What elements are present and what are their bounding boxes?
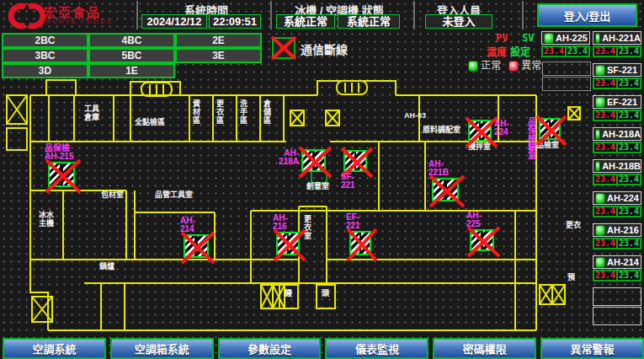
comm-lost-x-icon[interactable] [276, 232, 300, 255]
unit-name: EF-221 [607, 97, 637, 107]
system-date-value: 2024/12/12 [141, 14, 207, 29]
comm-lost-x-icon[interactable] [301, 149, 326, 172]
unit-name: AH-214 [607, 257, 639, 267]
sv-value: 23.4 [617, 78, 641, 88]
pv-value: 23.4 [542, 46, 566, 56]
pv-legend-label: PV [496, 32, 508, 44]
unit-ah-224-temps: 23.423.4 [593, 206, 641, 217]
unit-ah-225-temps: 23.4 23.4 [541, 46, 590, 57]
comm-lost-x-icon[interactable] [48, 162, 75, 187]
hmi-screen: 工具 倉庫全點檢區資材區更衣區洗手區倉儲區AH-03原料調配室攪拌室品檢室創意室… [0, 0, 644, 359]
unit-name: SF-221 [607, 65, 637, 75]
ahu-status-value: 系統正常 [338, 14, 400, 29]
unit-name: AH-221A [602, 33, 641, 43]
unit-sf-221-temps: 23.423.4 [593, 78, 641, 89]
hunya-logo-icon [7, 2, 47, 30]
sv-value: 23.4 [566, 46, 589, 56]
nav-ahu-system-button[interactable]: 空調箱系統 [110, 338, 214, 359]
empty-unit-slot [542, 62, 591, 76]
comm-lost-x-icon[interactable] [539, 118, 561, 140]
pv-value: 23.4 [593, 238, 617, 249]
pv-value: 23.4 [593, 46, 617, 56]
comm-lost-x-icon[interactable] [468, 120, 492, 142]
floor-button-3bc[interactable]: 3BC [2, 48, 88, 63]
nav-ac-system-button[interactable]: 空調系統 [3, 338, 106, 359]
pv-value: 23.4 [593, 110, 617, 121]
unit-name: AH-224 [607, 193, 639, 203]
system-time-value: 22:09:51 [209, 14, 261, 29]
unit-ef-221-temps: 23.423.4 [593, 110, 641, 121]
sv-value: 23.4 [617, 174, 641, 185]
floor-button-1e[interactable]: 1E [88, 63, 175, 78]
unit-ah-214-temps: 23.423.4 [593, 270, 641, 281]
floor-button-2e[interactable]: 2E [175, 33, 262, 48]
unit-ef-221[interactable]: EF-221 [593, 95, 641, 109]
abnormal-led-icon [508, 61, 519, 72]
comm-lost-legend-icon [272, 37, 295, 59]
floor-button-3e[interactable]: 3E [175, 48, 262, 63]
abnormal-legend-label: 異常 [521, 60, 541, 72]
unit-name: AH-216 [607, 225, 639, 235]
ahu-device: 品保 檢驗室 [539, 118, 561, 140]
unit-ah-216-temps: 23.423.4 [593, 238, 641, 249]
unit-name: AH-225 [556, 33, 588, 43]
normal-legend: 正常 [468, 57, 501, 72]
header-divider [522, 1, 524, 29]
nav-alarm-button[interactable]: 異常警報 [540, 338, 644, 359]
floor-button-5bc[interactable]: 5BC [88, 48, 175, 63]
floor-button-4bc[interactable]: 4BC [88, 33, 175, 48]
ahu-device: SF-221 [343, 150, 367, 172]
sv-value: 23.4 [617, 206, 641, 217]
pv-value: 23.4 [593, 78, 617, 88]
pv-value: 23.4 [593, 206, 617, 217]
bottom-nav: 空調系統 空調箱系統 參數設定 儀表監視 密碼權限 異常警報 [0, 338, 644, 359]
login-logout-button[interactable]: 登入/登出 [537, 3, 637, 27]
sv-value: 23.4 [617, 238, 641, 249]
sv-value: 23.4 [617, 271, 641, 281]
ahu-device: EF-221 [349, 231, 371, 255]
unit-status-led [595, 97, 605, 108]
comm-lost-x-icon[interactable] [349, 231, 371, 255]
unit-ah-214[interactable]: AH-214 [593, 255, 641, 269]
unit-ah-221a[interactable]: AH-221A [593, 31, 641, 45]
unit-status-led [595, 225, 605, 236]
unit-ah-218a[interactable]: AH-218A [593, 127, 641, 141]
unit-status-led [595, 161, 600, 172]
empty-unit-slot [593, 287, 641, 306]
abnormal-legend: 異常 [508, 57, 541, 72]
unit-name: AH-218A [602, 129, 641, 139]
comm-lost-x-icon[interactable] [184, 234, 209, 258]
ahu-device: AH-216 [276, 232, 300, 255]
nav-parameter-set-button[interactable]: 參數設定 [218, 338, 322, 359]
pv-value: 23.4 [593, 271, 617, 281]
unit-name: AH-218B [602, 161, 641, 171]
unit-status-led [595, 257, 605, 268]
nav-meter-monitor-button[interactable]: 儀表監視 [325, 338, 428, 359]
unit-sf-221[interactable]: SF-221 [593, 63, 641, 77]
comm-lost-x-icon[interactable] [343, 150, 367, 172]
unit-status-led [595, 65, 605, 76]
pv-value: 23.4 [593, 142, 617, 153]
floor-button-3d[interactable]: 3D [2, 63, 88, 78]
unit-ah-225[interactable]: AH-225 [541, 31, 590, 45]
comm-lost-x-icon[interactable] [470, 229, 494, 251]
floor-button-2bc[interactable]: 2BC [2, 33, 88, 48]
sv-value: 23.4 [617, 142, 641, 153]
ahu-device: 品保檢 AH-215 [48, 162, 75, 187]
chiller-status-value: 系統正常 [276, 14, 335, 29]
ahu-device: AH-225 [470, 229, 494, 251]
unit-ah-224[interactable]: AH-224 [593, 191, 641, 205]
empty-unit-slot [593, 307, 641, 325]
comm-lost-x-icon[interactable] [432, 178, 459, 201]
header-divider [136, 1, 138, 29]
empty-unit-slot [542, 77, 591, 91]
ahu-device: AH-214 [184, 234, 209, 258]
nav-password-auth-button[interactable]: 密碼權限 [433, 338, 536, 359]
unit-ah-218a-temps: 23.423.4 [593, 142, 641, 153]
unit-ah-216[interactable]: AH-216 [593, 223, 641, 237]
unit-ah-218b-temps: 23.423.4 [593, 174, 641, 185]
sv-value: 23.4 [617, 46, 641, 56]
unit-ah-218b[interactable]: AH-218B [593, 159, 641, 173]
header-divider [270, 1, 272, 29]
unit-ah-221a-temps: 23.423.4 [593, 46, 641, 57]
